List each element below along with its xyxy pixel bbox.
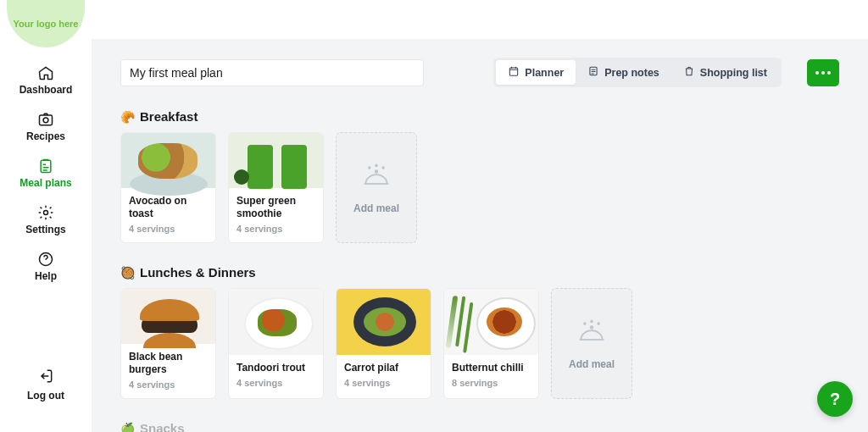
apple-icon: 🍏	[120, 422, 135, 433]
meal-title: Super green smoothie	[236, 195, 315, 220]
meal-thumb	[121, 133, 215, 188]
svg-point-9	[376, 165, 377, 167]
clipboard-icon	[37, 158, 54, 174]
meal-card[interactable]: Super green smoothie 4 servings	[228, 132, 324, 243]
add-meal-label: Add meal	[353, 202, 399, 214]
meal-servings: 8 servings	[452, 378, 531, 388]
meal-title: Avocado on toast	[129, 195, 208, 220]
svg-point-3	[44, 211, 48, 215]
svg-point-1	[43, 118, 48, 123]
sidebar: Your logo here Dashboard Recipes Meal pl…	[0, 0, 92, 432]
section-title: Snacks	[140, 421, 185, 432]
meal-servings: 4 servings	[129, 224, 208, 234]
meal-title: Butternut chilli	[452, 362, 531, 374]
meal-thumb	[337, 289, 431, 355]
logo-text: Your logo here	[14, 19, 79, 29]
nav-label: Settings	[25, 224, 65, 235]
meal-servings: 4 servings	[236, 378, 315, 388]
meal-title: Carrot pilaf	[344, 362, 423, 374]
main-content: Planner Prep notes Shopping list	[92, 39, 868, 432]
tab-shopping-list[interactable]: Shopping list	[671, 60, 779, 85]
gear-icon	[37, 204, 54, 221]
help-fab-button[interactable]: ?	[817, 381, 853, 417]
more-actions-button[interactable]	[807, 59, 839, 86]
tab-label: Shopping list	[700, 67, 767, 79]
nav-dashboard[interactable]: Dashboard	[19, 64, 73, 96]
logout-icon	[37, 368, 54, 387]
question-circle-icon	[37, 251, 54, 268]
add-meal-button[interactable]: Add meal	[551, 288, 632, 399]
tab-label: Prep notes	[604, 67, 659, 79]
logo-placeholder: Your logo here	[7, 0, 85, 47]
svg-point-7	[376, 170, 378, 173]
plan-title-input[interactable]	[120, 59, 424, 86]
topbar: Planner Prep notes Shopping list	[120, 58, 839, 87]
svg-point-8	[369, 167, 370, 169]
meal-thumb	[444, 289, 538, 355]
svg-point-13	[591, 321, 593, 323]
add-meal-label: Add meal	[569, 358, 615, 370]
home-icon	[37, 64, 54, 81]
svg-point-11	[591, 326, 593, 329]
svg-rect-5	[510, 68, 518, 75]
nav-settings[interactable]: Settings	[25, 204, 65, 235]
svg-rect-0	[40, 115, 53, 125]
meal-card[interactable]: Tandoori trout 4 servings	[228, 288, 324, 399]
shopping-bag-icon	[683, 65, 695, 80]
nav-label: Log out	[27, 390, 64, 402]
croissant-icon: 🥐	[120, 110, 135, 124]
nav-label: Meal plans	[19, 177, 71, 189]
nav-meal-plans[interactable]: Meal plans	[19, 158, 71, 189]
cloche-icon	[358, 161, 395, 194]
meal-title: Black bean burgers	[129, 351, 208, 376]
paella-icon: 🥘	[120, 266, 135, 280]
nav-label: Dashboard	[19, 84, 73, 96]
meal-servings: 4 servings	[344, 378, 423, 388]
meal-servings: 4 servings	[129, 379, 208, 390]
svg-point-14	[598, 323, 599, 324]
ellipsis-icon	[815, 71, 831, 75]
section-breakfast: 🥐 Breakfast Avocado on toast 4 servings …	[120, 109, 839, 243]
section-lunches-dinners: 🥘 Lunches & Dinners Black bean burgers 4…	[120, 265, 839, 399]
nav-recipes[interactable]: Recipes	[26, 111, 65, 142]
meal-thumb	[121, 289, 215, 344]
question-icon: ?	[830, 390, 840, 409]
add-meal-button[interactable]: Add meal	[336, 132, 417, 243]
notes-icon	[587, 65, 599, 80]
meal-title: Tandoori trout	[236, 362, 315, 374]
tab-prep-notes[interactable]: Prep notes	[576, 60, 671, 85]
cloche-icon	[573, 317, 610, 350]
camera-icon	[37, 111, 54, 128]
section-snacks: 🍏 Snacks	[120, 421, 839, 432]
meal-thumb	[229, 289, 323, 355]
tab-label: Planner	[525, 67, 564, 79]
svg-point-12	[584, 323, 586, 324]
meal-servings: 4 servings	[236, 224, 315, 234]
section-title: Lunches & Dinners	[140, 265, 256, 280]
nav-logout[interactable]: Log out	[27, 368, 64, 402]
nav-label: Recipes	[26, 130, 65, 142]
calendar-icon	[508, 65, 520, 80]
view-tab-group: Planner Prep notes Shopping list	[493, 58, 782, 87]
svg-point-10	[382, 167, 384, 169]
meal-card[interactable]: Carrot pilaf 4 servings	[336, 288, 431, 399]
meal-card[interactable]: Black bean burgers 4 servings	[120, 288, 216, 399]
section-title: Breakfast	[140, 109, 198, 124]
meal-card[interactable]: Avocado on toast 4 servings	[120, 132, 216, 243]
meal-card[interactable]: Butternut chilli 8 servings	[443, 288, 539, 399]
meal-thumb	[229, 133, 323, 188]
tab-planner[interactable]: Planner	[496, 60, 576, 85]
nav-help[interactable]: Help	[35, 251, 57, 282]
nav-label: Help	[35, 270, 57, 282]
